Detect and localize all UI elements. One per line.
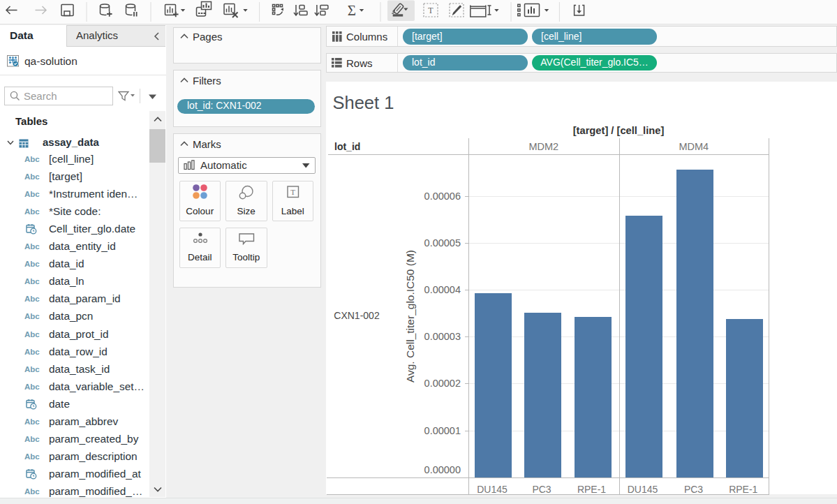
svg-text:T: T — [290, 188, 295, 196]
svg-text:T: T — [428, 6, 434, 15]
svg-text:Σ: Σ — [348, 2, 356, 19]
